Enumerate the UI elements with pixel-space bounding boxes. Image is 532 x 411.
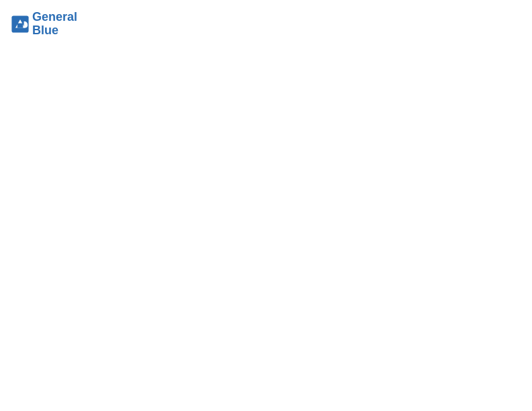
logo-text-general: General (32, 11, 77, 24)
svg-rect-2 (17, 23, 23, 28)
logo-text-blue: Blue (32, 24, 77, 38)
logo-icon (11, 15, 30, 34)
header: General Blue (11, 11, 521, 38)
logo: General Blue (11, 11, 77, 38)
